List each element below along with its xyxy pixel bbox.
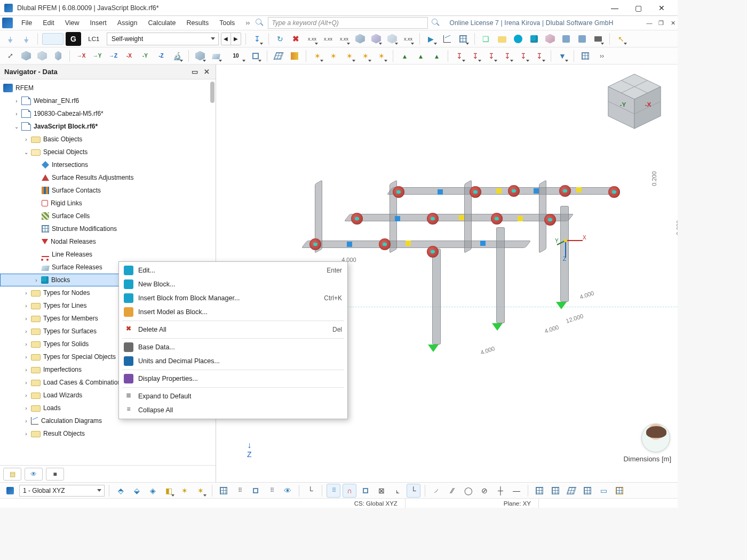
cm-new-block[interactable]: New Block... [119,277,347,291]
wp-4-icon[interactable]: ◧ [162,484,176,498]
snap-sel-icon[interactable] [249,484,263,498]
load-s-icon[interactable]: ↧ [500,49,514,63]
tree-item-structmod[interactable]: Structure Modifications [0,222,216,235]
filter-icon[interactable]: ▼ [555,49,569,63]
tree-special-objects[interactable]: ⌄Special Objects [0,146,216,158]
axis-ny-icon[interactable]: -Y [138,49,152,63]
render-wire-icon[interactable] [369,32,383,46]
grid-2-icon[interactable] [549,484,562,498]
tree-item-rigidlinks[interactable]: Rigid Links [0,197,216,210]
menu-calculate[interactable]: Calculate [142,17,181,29]
grid-4-icon[interactable] [581,484,594,498]
support-right-icon[interactable]: ⏚ [19,32,33,46]
search-online-icon[interactable] [431,18,441,28]
block-manager-icon[interactable] [527,32,541,46]
lc-select[interactable]: Self-weight [107,33,219,45]
scale-10-icon[interactable]: 10 [225,49,247,63]
wp-3-icon[interactable]: ◈ [146,484,160,498]
menu-view[interactable]: View [60,17,85,29]
print-icon[interactable] [591,32,605,46]
cm-display-properties[interactable]: Display Properties... [119,372,347,386]
gline-tan-icon[interactable]: ⊘ [478,484,491,498]
osnap-grid-icon[interactable]: ⠿ [327,484,340,498]
load-l-icon[interactable]: ↧ [468,49,482,63]
cm-delete-all[interactable]: ✖Delete AllDel [119,323,347,337]
tree-file-active[interactable]: ⌄JavaScript Block.rf6* [0,120,216,133]
menu-insert[interactable]: Insert [85,17,112,29]
cm-edit[interactable]: Edit...Enter [119,263,347,277]
wp-6-icon[interactable]: ✶ [194,484,208,498]
menu-assign[interactable]: Assign [112,17,143,29]
osnap-perp-icon[interactable]: ⦜ [391,484,404,498]
save-icon[interactable] [559,32,573,46]
load-solid-icon[interactable]: ↧ [533,49,546,63]
osnap-cross-icon[interactable]: ⊠ [375,484,388,498]
support-n-icon[interactable]: ▴ [398,49,411,63]
cm-base-data[interactable]: Base Data... [119,340,347,354]
render-solid-icon[interactable] [353,32,367,46]
load-n-icon[interactable]: ↧ [452,49,466,63]
show-values3-icon[interactable]: x.xx [337,32,351,46]
open-file-icon[interactable] [495,32,509,46]
support-l-icon[interactable]: ▴ [414,49,427,63]
tree-item-linerel[interactable]: Line Releases [0,248,216,261]
wp-5-icon[interactable]: ✶ [178,484,192,498]
cm-units-and-decimal-places[interactable]: Units and Decimal Places... [119,354,347,368]
gline-hv-icon[interactable]: ┼ [494,484,507,498]
support-left-icon[interactable]: ⏚ [3,32,17,46]
render-trans-icon[interactable] [385,32,399,46]
new-surface-icon[interactable]: ✶ [359,49,372,63]
snap-obj-icon[interactable]: ⠿ [265,484,279,498]
new-opening-icon[interactable]: ✶ [375,49,388,63]
tree-item-nodalrel[interactable]: Nodal Releases [0,235,216,248]
menu-file[interactable]: File [16,17,37,29]
ortho-l-icon[interactable]: └ [304,484,317,498]
menu-results[interactable]: Results [181,17,214,29]
toolbar-overflow[interactable]: ›› [594,52,609,60]
axis-nz-icon[interactable]: -Z [154,49,168,63]
grid-3-icon[interactable] [565,484,578,498]
refresh-icon[interactable]: ↻ [273,32,287,46]
tree-item-surfcontacts[interactable]: Surface Contacts [0,184,216,197]
load-area-icon[interactable]: ↧ [516,49,530,63]
snap-pts-icon[interactable]: ⠿ [233,484,247,498]
mesh-icon[interactable] [272,49,285,63]
navigation-cube[interactable]: -Y -X [603,70,666,133]
tree-item-surfres[interactable]: Surface Results Adjustments [0,171,216,184]
clip-icon[interactable] [249,49,263,63]
axis-z-icon[interactable]: →Z [106,49,120,63]
new-line-icon[interactable]: ✶ [327,49,340,63]
show-values2-icon[interactable]: x.xx [321,32,335,46]
minimize-button[interactable]: — [603,0,626,16]
snap-eye-icon[interactable]: 👁 [281,484,295,498]
cm-collapse-all[interactable]: ≡Collapse All [119,403,347,417]
cloud-icon[interactable] [511,32,525,46]
zoom-extents-icon[interactable]: ⤢ [3,49,17,63]
doc-close-button[interactable]: ✕ [668,18,678,28]
gline-ext-icon[interactable]: ― [510,484,523,498]
grid-6-icon[interactable] [613,484,626,498]
keyword-search-input[interactable]: Type a keyword (Alt+Q) [268,17,428,29]
tree-file[interactable]: ›190830-Cabezal-M5.rf6* [0,107,216,120]
view-front-icon[interactable] [51,49,65,63]
tree-root[interactable]: RFEM [0,82,216,94]
cm-expand-to-default[interactable]: ≣Expand to Default [119,389,347,403]
lc-code[interactable]: LC1 [83,32,105,46]
support-s-icon[interactable]: ▴ [430,49,443,63]
tree-scrollbar[interactable] [210,82,214,103]
tree-basic-objects[interactable]: ›Basic Objects [0,133,216,146]
nav-tab-display[interactable]: 👁 [25,468,43,481]
gline-2-icon[interactable]: ⁄⁄ [446,484,459,498]
grid-5-icon[interactable]: ▭ [597,484,610,498]
surface-icon[interactable] [209,49,223,63]
cm-insert-block-from-block-manager[interactable]: Insert Block from Block Manager...Ctrl+K [119,291,347,305]
save-as-icon[interactable] [575,32,589,46]
show-values-icon[interactable]: x.xx [305,32,319,46]
axis-y-icon[interactable]: →Y [90,49,104,63]
new-node-icon[interactable]: ✶ [311,49,324,63]
osnap-angle-icon[interactable]: └ [407,484,420,498]
tree-group[interactable]: ›Result Objects [0,427,216,440]
grid-1-icon[interactable] [533,484,546,498]
lc-nav-arrows[interactable]: ◀▶ [221,33,241,45]
load-m-icon[interactable]: ↧ [484,49,498,63]
